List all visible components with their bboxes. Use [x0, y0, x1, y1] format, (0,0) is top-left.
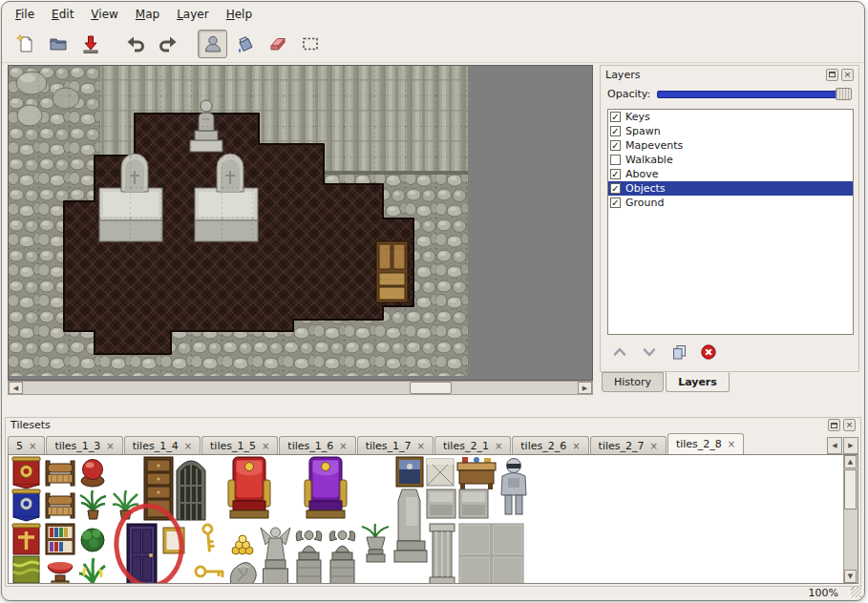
- layer-visibility-checkbox[interactable]: ✓: [610, 169, 621, 179]
- tile-bush[interactable]: [81, 529, 104, 551]
- tileset-tab[interactable]: tiles_1_4 ×: [124, 436, 201, 454]
- resize-grip[interactable]: [851, 587, 861, 597]
- layer-move-up-button[interactable]: [610, 343, 629, 362]
- brush-tool-button[interactable]: [230, 30, 260, 58]
- tab-close-icon[interactable]: ×: [29, 441, 36, 451]
- layers-float-button[interactable]: [826, 69, 838, 81]
- tileset-vscrollbar[interactable]: ▲ ▼: [843, 455, 857, 583]
- layer-delete-button[interactable]: [699, 343, 718, 362]
- tile-gold-pile[interactable]: [232, 535, 253, 554]
- scroll-left-icon[interactable]: ◀: [9, 382, 23, 394]
- tab-close-icon[interactable]: ×: [262, 441, 269, 451]
- tile-stone-block[interactable]: [427, 489, 455, 518]
- menu-edit[interactable]: Edit: [43, 4, 82, 25]
- tileset-tab[interactable]: 5 ×: [8, 436, 45, 454]
- stamp-tool-button[interactable]: [198, 30, 227, 58]
- map-canvas[interactable]: [9, 66, 468, 376]
- tile-red-pot[interactable]: [81, 460, 104, 488]
- tile-purple-door[interactable]: [127, 524, 157, 584]
- tile-armor[interactable]: [501, 459, 526, 515]
- tile-gold-frame[interactable]: [163, 528, 184, 553]
- tile-loom[interactable]: [46, 461, 74, 486]
- tile-red-banner[interactable]: [12, 457, 40, 489]
- tile-gargoyle[interactable]: [296, 531, 322, 585]
- layer-row-spawn[interactable]: ✓ Spawn: [608, 124, 853, 138]
- tab-close-icon[interactable]: ×: [339, 441, 347, 451]
- tile-painting[interactable]: [396, 457, 423, 487]
- tile-potted-plant[interactable]: [113, 490, 138, 519]
- layer-move-down-button[interactable]: [640, 343, 659, 362]
- tab-close-icon[interactable]: ×: [417, 441, 425, 451]
- tile-banana-plant[interactable]: [79, 558, 105, 583]
- menu-map[interactable]: Map: [127, 4, 168, 25]
- layer-row-objects-selected[interactable]: ✓ Objects: [608, 181, 853, 196]
- tile-potted-plant[interactable]: [80, 490, 106, 519]
- dock-tab-history[interactable]: History: [602, 372, 664, 392]
- selection-tool-button[interactable]: [295, 30, 325, 58]
- vscroll-thumb[interactable]: [844, 469, 857, 509]
- scroll-up-icon[interactable]: ▲: [844, 455, 857, 468]
- tilesets-close-button[interactable]: ×: [843, 419, 856, 431]
- tab-close-icon[interactable]: ×: [495, 441, 502, 451]
- tab-scroll-left-icon[interactable]: ◀: [827, 437, 842, 454]
- tab-close-icon[interactable]: ×: [728, 439, 735, 449]
- new-map-button[interactable]: [11, 30, 40, 58]
- menu-file[interactable]: File: [7, 4, 43, 25]
- tile-green-banner[interactable]: [13, 556, 39, 584]
- tileset-tab[interactable]: tiles_2_6 ×: [512, 436, 588, 454]
- tile-purple-throne[interactable]: [305, 457, 347, 518]
- scroll-down-icon[interactable]: ▼: [844, 570, 857, 583]
- tileset-tab[interactable]: tiles_2_7 ×: [590, 436, 667, 454]
- tab-close-icon[interactable]: ×: [106, 441, 114, 451]
- tile-red-cross-banner[interactable]: [12, 524, 40, 554]
- tilesets-float-button[interactable]: [828, 419, 840, 431]
- tile-gold-key[interactable]: [194, 523, 222, 551]
- tileset-tab[interactable]: tiles_1_6 ×: [279, 436, 355, 454]
- scroll-right-icon[interactable]: ▶: [578, 382, 592, 394]
- tile-blue-banner[interactable]: [12, 489, 40, 521]
- opacity-slider-handle[interactable]: [836, 88, 852, 100]
- tile-urn-plant[interactable]: [362, 524, 389, 562]
- tile-crate[interactable]: [427, 459, 454, 486]
- tile-angel-statue[interactable]: [261, 528, 290, 584]
- tileset-tab[interactable]: tiles_1_7 ×: [357, 436, 434, 454]
- tile-red-bowl[interactable]: [48, 562, 73, 584]
- tileset-tab-active[interactable]: tiles_2_8 ×: [667, 433, 744, 454]
- layer-row-ground[interactable]: ✓ Ground: [608, 196, 853, 210]
- open-map-button[interactable]: [43, 30, 73, 58]
- menu-help[interactable]: Help: [218, 4, 261, 25]
- layer-visibility-checkbox[interactable]: [610, 155, 621, 165]
- layer-visibility-checkbox[interactable]: ✓: [610, 183, 621, 194]
- tileset-grid[interactable]: [11, 455, 531, 584]
- layer-row-keys[interactable]: ✓ Keys: [608, 110, 853, 124]
- save-map-button[interactable]: [75, 30, 105, 58]
- tab-close-icon[interactable]: ×: [572, 441, 580, 451]
- tab-close-icon[interactable]: ×: [650, 441, 658, 451]
- layer-visibility-checkbox[interactable]: ✓: [610, 140, 621, 151]
- redo-button[interactable]: [153, 30, 182, 58]
- tile-loom[interactable]: [46, 493, 74, 518]
- layer-visibility-checkbox[interactable]: ✓: [610, 112, 621, 122]
- tile-red-throne[interactable]: [228, 457, 270, 518]
- layer-row-above[interactable]: ✓ Above: [608, 167, 853, 181]
- layer-visibility-checkbox[interactable]: ✓: [610, 126, 621, 136]
- opacity-slider[interactable]: [657, 87, 852, 101]
- tab-close-icon[interactable]: ×: [184, 441, 192, 451]
- layers-close-button[interactable]: ×: [841, 69, 854, 81]
- layer-row-walkable[interactable]: Walkable: [608, 153, 853, 167]
- tile-shelf[interactable]: [457, 457, 496, 489]
- tab-scroll-right-icon[interactable]: ▶: [843, 437, 858, 454]
- tile-gray-floor[interactable]: [492, 524, 523, 584]
- dock-tab-layers[interactable]: Layers: [666, 372, 730, 392]
- hscroll-thumb[interactable]: [410, 382, 452, 394]
- tile-gray-floor[interactable]: [459, 524, 491, 584]
- tile-gold-key-horizontal[interactable]: [196, 567, 223, 577]
- layer-visibility-checkbox[interactable]: ✓: [610, 198, 621, 208]
- tileset-tab[interactable]: tiles_1_3 ×: [46, 436, 122, 454]
- tile-bookshelf[interactable]: [46, 524, 74, 554]
- map-hscrollbar[interactable]: ◀ ▶: [8, 381, 593, 395]
- tileset-tab[interactable]: tiles_2_1 ×: [434, 436, 511, 454]
- tile-gargoyle[interactable]: [329, 531, 355, 585]
- tile-pillar[interactable]: [430, 524, 455, 584]
- tile-boulder[interactable]: [230, 562, 256, 584]
